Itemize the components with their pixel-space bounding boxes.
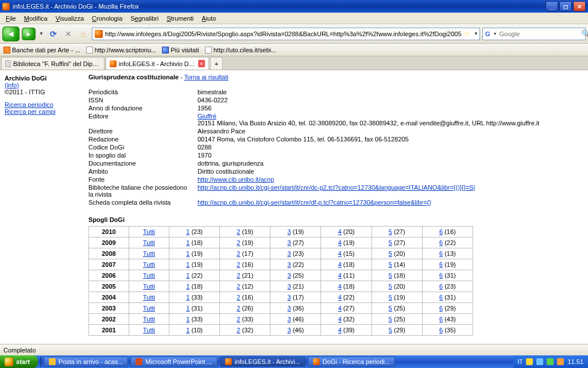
issue-link[interactable]: 2 [237, 283, 240, 290]
issue-link[interactable]: 6 [439, 250, 443, 257]
issue-link[interactable]: 5 [389, 239, 392, 246]
sidebar-link[interactable]: Ricerca periodico [5, 101, 79, 108]
issue-link[interactable]: 4 [338, 261, 342, 268]
issue-link[interactable]: 2 [237, 316, 240, 323]
meta-link[interactable]: http://www.cib.unibo.it/acnp [198, 176, 274, 183]
tutti-link[interactable]: Tutti [143, 283, 155, 290]
issue-link[interactable]: 4 [338, 272, 342, 279]
menu-history[interactable]: Cronologia [88, 14, 126, 23]
tab-close-icon[interactable]: × [198, 60, 206, 67]
issue-link[interactable]: 5 [389, 250, 392, 257]
issue-link[interactable]: 2 [237, 239, 240, 246]
search-input[interactable] [500, 30, 579, 37]
issue-link[interactable]: 5 [389, 316, 392, 323]
bookmark-item[interactable]: Più visitati [162, 47, 199, 53]
bookmark-item[interactable]: Banche dati per Arte - ... [3, 47, 80, 53]
issue-link[interactable]: 4 [338, 228, 342, 235]
issue-link[interactable]: 4 [338, 283, 342, 290]
stop-button[interactable]: ✕ [62, 28, 75, 40]
issue-link[interactable]: 1 [186, 228, 189, 235]
tab[interactable]: infoLEGES.it - Archivio DoGi× [106, 57, 209, 70]
info-link[interactable]: (info) [5, 82, 79, 89]
tutti-link[interactable]: Tutti [143, 239, 155, 246]
url-dropdown-icon[interactable]: ▼ [473, 31, 479, 36]
issue-link[interactable]: 6 [439, 305, 443, 312]
start-button[interactable]: start [0, 355, 38, 368]
minimize-button[interactable]: _ [546, 1, 558, 12]
tutti-link[interactable]: Tutti [143, 228, 155, 235]
tray-icon[interactable] [547, 358, 554, 365]
site-identity-icon[interactable] [95, 30, 103, 38]
menu-file[interactable]: File [2, 14, 20, 23]
issue-link[interactable]: 5 [389, 261, 392, 268]
meta-link[interactable]: http://acnp.cib.unibo.it/cgi-ser/start/i… [198, 184, 475, 191]
issue-link[interactable]: 6 [439, 294, 443, 301]
issue-link[interactable]: 2 [237, 272, 240, 279]
issue-link[interactable]: 2 [237, 305, 240, 312]
issue-link[interactable]: 3 [288, 239, 291, 246]
issue-link[interactable]: 6 [439, 272, 443, 279]
issue-link[interactable]: 5 [389, 305, 392, 312]
issue-link[interactable]: 3 [288, 250, 291, 257]
issue-link[interactable]: 6 [439, 261, 443, 268]
tab[interactable]: Biblioteca "F. Ruffini" del Dipartimento… [1, 57, 105, 70]
tutti-link[interactable]: Tutti [143, 250, 155, 257]
back-to-results-link[interactable]: Torna ai risultati [184, 74, 229, 80]
issue-link[interactable]: 3 [288, 261, 291, 268]
tutti-link[interactable]: Tutti [143, 305, 155, 312]
issue-link[interactable]: 1 [186, 272, 189, 279]
issue-link[interactable]: 4 [338, 305, 342, 312]
issue-link[interactable]: 6 [439, 283, 443, 290]
tutti-link[interactable]: Tutti [143, 261, 155, 268]
issue-link[interactable]: 1 [186, 250, 189, 257]
new-tab-button[interactable]: + [210, 57, 223, 70]
menu-tools[interactable]: Strumenti [163, 14, 197, 23]
issue-link[interactable]: 5 [389, 272, 392, 279]
issue-link[interactable]: 1 [186, 327, 189, 334]
system-tray[interactable]: IT 11.51 [513, 355, 588, 368]
meta-link[interactable]: http://acnp.cib.unibo.it/cgi-ser/start/i… [198, 199, 431, 206]
issue-link[interactable]: 5 [389, 283, 392, 290]
url-bar[interactable]: ☆ ▼ [92, 28, 480, 40]
menu-edit[interactable]: Modifica [21, 14, 51, 23]
issue-link[interactable]: 6 [439, 316, 443, 323]
menu-view[interactable]: Visualizza [52, 14, 87, 23]
bookmark-star-icon[interactable]: ☆ [461, 29, 473, 38]
issue-link[interactable]: 2 [237, 250, 240, 257]
issue-link[interactable]: 5 [389, 228, 392, 235]
home-button[interactable]: ⌂ [77, 28, 90, 40]
task-button[interactable]: Posta in arrivo - acas... [44, 356, 129, 367]
language-indicator[interactable]: IT [518, 359, 523, 365]
task-button[interactable]: infoLEGES.it - Archivi... [220, 356, 305, 367]
task-button[interactable]: Microsoft PowerPoint ... [130, 356, 217, 367]
issue-link[interactable]: 1 [186, 239, 189, 246]
meta-link[interactable]: Giuffrè [198, 113, 216, 120]
search-icon[interactable]: 🔍 [581, 29, 588, 38]
history-dropdown-icon[interactable]: ▼ [38, 31, 45, 36]
issue-link[interactable]: 6 [439, 239, 443, 246]
issue-link[interactable]: 3 [288, 272, 291, 279]
sidebar-link[interactable]: Ricerca per campi [5, 108, 79, 115]
issue-link[interactable]: 1 [186, 283, 189, 290]
issue-link[interactable]: 1 [186, 261, 189, 268]
tutti-link[interactable]: Tutti [143, 294, 155, 301]
bookmark-item[interactable]: http://www.scriptoriu... [86, 47, 157, 53]
issue-link[interactable]: 3 [288, 316, 291, 323]
clock[interactable]: 11.51 [567, 358, 583, 365]
reload-button[interactable]: ⟳ [47, 28, 60, 40]
tutti-link[interactable]: Tutti [143, 316, 155, 323]
issue-link[interactable]: 5 [389, 327, 392, 334]
close-button[interactable]: ✕ [573, 1, 586, 12]
tray-icon[interactable] [526, 358, 533, 365]
issue-link[interactable]: 3 [288, 283, 291, 290]
issue-link[interactable]: 6 [439, 327, 443, 334]
issue-link[interactable]: 1 [186, 316, 189, 323]
issue-link[interactable]: 3 [288, 305, 291, 312]
issue-link[interactable]: 4 [338, 294, 342, 301]
maximize-button[interactable]: ◻ [559, 1, 572, 12]
tutti-link[interactable]: Tutti [143, 327, 155, 334]
issue-link[interactable]: 4 [338, 316, 342, 323]
tutti-link[interactable]: Tutti [143, 272, 155, 279]
menu-bookmarks[interactable]: Segnalibri [127, 14, 162, 23]
back-button[interactable]: ◄ [2, 26, 20, 41]
